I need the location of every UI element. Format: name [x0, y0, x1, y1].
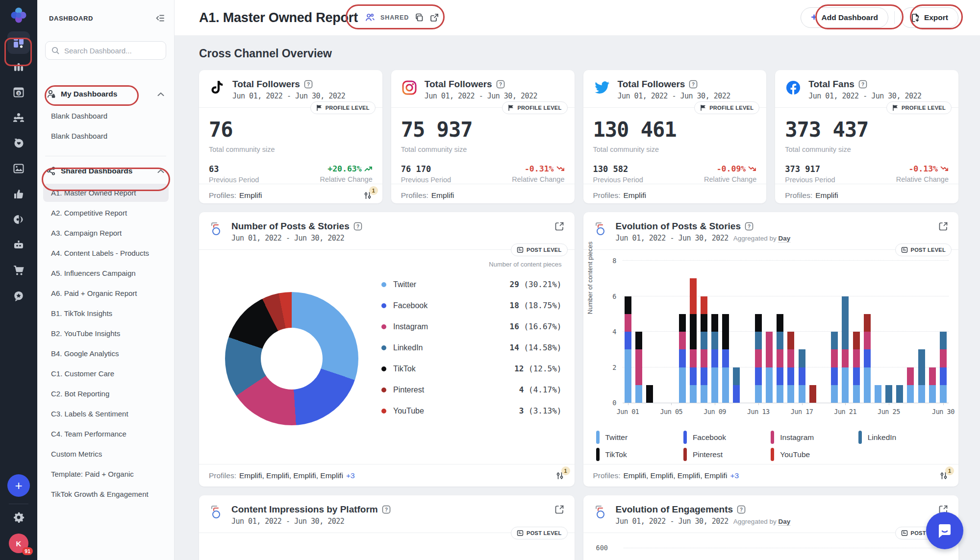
legend-item[interactable]: Pinterest [683, 448, 771, 461]
bar-slot[interactable] [840, 261, 851, 403]
help-icon[interactable]: ? [858, 80, 867, 89]
sidebar-item[interactable]: C1. Customer Care [43, 365, 169, 383]
sidebar-item[interactable]: A3. Campaign Report [43, 224, 169, 242]
bar-slot[interactable] [916, 261, 927, 403]
profiles-more-link[interactable]: +3 [730, 471, 739, 480]
sidebar-item[interactable]: A6. Paid + Organic Report [43, 284, 169, 302]
bar-slot[interactable] [818, 261, 829, 403]
help-icon[interactable]: ? [496, 80, 505, 89]
bar-slot[interactable] [797, 261, 807, 403]
filters-icon[interactable]: 1 [363, 191, 373, 200]
settings-gear-icon[interactable] [12, 511, 25, 526]
sidebar-item[interactable]: A2. Competitive Report [43, 204, 169, 222]
bar-slot[interactable] [731, 261, 742, 403]
add-dashboard-button[interactable]: + Add Dashboard [801, 7, 888, 28]
sidebar-item[interactable]: C4. Team Performance [43, 425, 169, 443]
legend-item[interactable]: Twitter [596, 431, 683, 444]
legend-item[interactable]: YouTube [771, 448, 858, 461]
bar-slot[interactable] [807, 261, 818, 403]
sidebar-item[interactable]: A1. Master Owned Report [43, 184, 169, 202]
bar-slot[interactable] [633, 261, 644, 403]
nav-analytics-icon[interactable] [12, 54, 25, 79]
bar-slot[interactable] [623, 261, 633, 403]
help-icon[interactable]: ? [737, 505, 746, 514]
bar-slot[interactable] [699, 261, 709, 403]
legend-row[interactable]: TikTok12 (12.5%) [381, 358, 562, 379]
bar-slot[interactable] [883, 261, 894, 403]
sidebar-item[interactable]: B2. YouTube Insights [43, 324, 169, 342]
nav-engagement-icon[interactable] [12, 181, 25, 207]
chat-launcher-button[interactable] [926, 512, 963, 549]
copy-icon[interactable] [414, 13, 424, 23]
nav-community-icon[interactable] [12, 105, 25, 130]
create-new-button[interactable]: + [7, 474, 30, 497]
emplifi-logo-icon[interactable] [9, 6, 28, 26]
sidebar-item[interactable]: Custom Metrics [43, 445, 169, 463]
sidebar-item[interactable]: A5. Influencers Campaign [43, 264, 169, 282]
nav-care-icon[interactable] [12, 130, 25, 156]
aggregation-selector[interactable]: Day [778, 235, 790, 243]
sidebar-item[interactable]: Template: Paid + Organic [43, 465, 169, 483]
expand-widget-icon[interactable] [554, 221, 565, 234]
expand-widget-icon[interactable] [554, 504, 565, 517]
bar-slot[interactable] [720, 261, 731, 403]
collapse-sidebar-icon[interactable] [154, 13, 165, 24]
bar-slot[interactable] [829, 261, 840, 403]
bar-slot[interactable] [775, 261, 785, 403]
bar-slot[interactable] [927, 261, 938, 403]
sidebar-item[interactable]: B4. Google Analytics [43, 344, 169, 363]
legend-row[interactable]: Instagram16 (16.67%) [381, 316, 562, 337]
legend-row[interactable]: Facebook18 (18.75%) [381, 295, 562, 316]
my-dashboards-header[interactable]: My Dashboards [37, 85, 174, 103]
help-icon[interactable]: ? [304, 80, 313, 89]
help-icon[interactable]: ? [745, 222, 754, 231]
nav-commerce-icon[interactable] [12, 258, 25, 283]
nav-bot-icon[interactable] [12, 232, 25, 258]
bar-slot[interactable] [709, 261, 720, 403]
help-icon[interactable]: ? [353, 222, 362, 231]
search-input[interactable] [45, 41, 166, 60]
sidebar-item[interactable]: A4. Content Labels - Products [43, 244, 169, 262]
chevron-up-icon[interactable] [157, 90, 164, 98]
stacked-bar-chart[interactable]: Number of content pieces 02468Jun 01Jun … [592, 253, 952, 426]
open-external-icon[interactable] [429, 13, 439, 23]
legend-item[interactable]: LinkedIn [858, 431, 946, 444]
legend-row[interactable]: YouTube3 (3.13%) [381, 400, 562, 421]
sidebar-item[interactable]: Blank Dashboard [43, 107, 169, 125]
bar-slot[interactable] [851, 261, 861, 403]
bar-slot[interactable] [666, 261, 677, 403]
sidebar-item[interactable]: C3. Labels & Sentiment [43, 405, 169, 423]
bar-slot[interactable] [742, 261, 753, 403]
bar-slot[interactable] [644, 261, 655, 403]
legend-item[interactable]: Facebook [683, 431, 771, 444]
sidebar-item[interactable]: C2. Bot Reporting [43, 385, 169, 403]
filters-icon[interactable]: 1 [555, 471, 565, 481]
export-button[interactable]: Export [901, 7, 958, 28]
bar-slot[interactable] [677, 261, 687, 403]
legend-item[interactable]: Instagram [771, 431, 858, 444]
bar-slot[interactable] [655, 261, 666, 403]
bar-slot[interactable] [905, 261, 916, 403]
profiles-more-link[interactable]: +3 [346, 471, 355, 480]
bar-slot[interactable] [785, 261, 796, 403]
expand-widget-icon[interactable] [938, 221, 949, 234]
bar-slot[interactable] [938, 261, 949, 403]
legend-item[interactable]: TikTok [596, 448, 683, 461]
sidebar-item[interactable]: B1. TikTok Insights [43, 304, 169, 322]
nav-publisher-calendar-icon[interactable]: 3 [12, 79, 25, 105]
help-icon[interactable]: ? [689, 80, 698, 89]
sidebar-item[interactable]: TikTok Growth & Engagement [43, 485, 169, 503]
user-avatar[interactable]: K 91 [9, 534, 28, 553]
bar-slot[interactable] [753, 261, 764, 403]
donut-chart[interactable] [211, 253, 373, 464]
bar-slot[interactable] [873, 261, 883, 403]
legend-row[interactable]: Pinterest4 (4.17%) [381, 379, 562, 400]
chevron-up-icon[interactable] [157, 167, 164, 175]
bar-slot[interactable] [688, 261, 699, 403]
bar-slot[interactable] [894, 261, 905, 403]
filters-icon[interactable]: 1 [939, 471, 949, 481]
nav-listening-icon[interactable] [12, 207, 25, 232]
legend-row[interactable]: Twitter29 (30.21%) [381, 274, 562, 295]
help-icon[interactable]: ? [382, 505, 391, 514]
nav-reviews-icon[interactable] [12, 283, 25, 309]
